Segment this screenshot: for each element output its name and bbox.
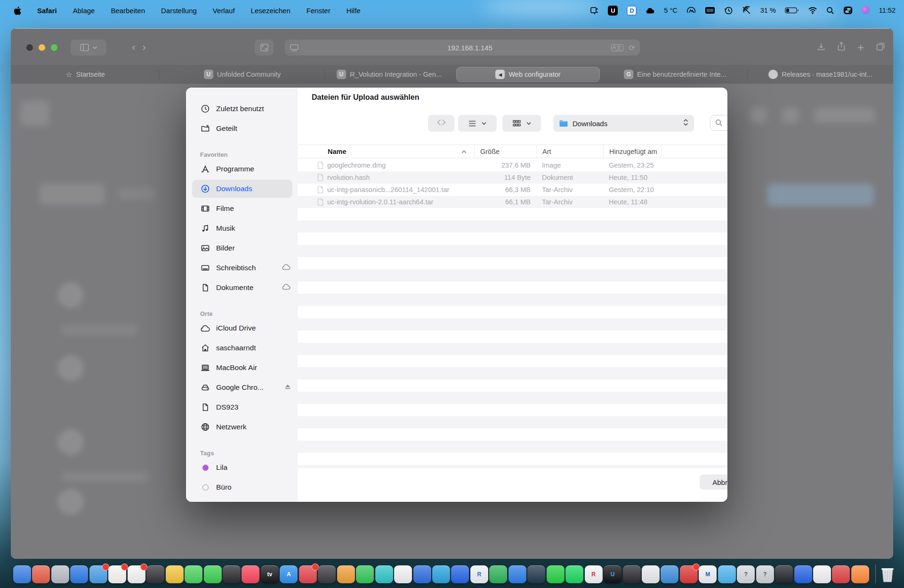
- sidebar-item-macbook-air[interactable]: MacBook Air: [186, 358, 298, 378]
- sidebar-item-icloud-drive[interactable]: iCloud Drive: [186, 318, 298, 338]
- tab-web-configurator[interactable]: ◀ Web configurator: [456, 67, 600, 82]
- share-icon[interactable]: [838, 42, 845, 53]
- dock-app-app[interactable]: [680, 565, 698, 583]
- forward-button[interactable]: ›: [143, 41, 146, 54]
- sidebar-item-schreibtisch[interactable]: Schreibtisch: [186, 258, 298, 278]
- menu-hilfe[interactable]: Hilfe: [347, 7, 361, 15]
- dock-app-app[interactable]: [508, 565, 526, 583]
- tab-benutzerdefinierte-integration[interactable]: G Eine benutzerdefinierte Inte...: [603, 65, 748, 84]
- tab-overview-icon[interactable]: [876, 42, 885, 53]
- dock-app-sonos[interactable]: [394, 565, 412, 583]
- tab-unfolded-community[interactable]: U Unfolded Community: [160, 65, 325, 84]
- back-button[interactable]: ‹: [132, 41, 135, 54]
- weather-cloud-icon[interactable]: [646, 7, 655, 14]
- keyboard-icon[interactable]: [705, 7, 715, 14]
- d-app-icon[interactable]: D: [627, 6, 637, 16]
- dock-app-messages[interactable]: [185, 565, 202, 583]
- back-button[interactable]: [436, 119, 441, 128]
- forward-button[interactable]: [442, 119, 446, 128]
- dock-app-primevideo[interactable]: [432, 565, 450, 583]
- sidebar-item-google-chrome-volume[interactable]: Google Chro...: [186, 378, 298, 397]
- dock-app-finder[interactable]: [13, 565, 31, 583]
- sidebar-item-filme[interactable]: Filme: [186, 199, 298, 218]
- u-remote-app-icon[interactable]: U: [608, 6, 618, 16]
- dock-app-app[interactable]: [489, 565, 507, 583]
- sidebar-item-programme[interactable]: Programme: [186, 159, 298, 179]
- downloads-toolbar-icon[interactable]: [817, 42, 825, 53]
- trash-icon[interactable]: [878, 564, 897, 584]
- dock-app-notes[interactable]: [108, 565, 126, 583]
- dock-app-app[interactable]: R: [585, 565, 603, 583]
- dock-app-app[interactable]: [451, 565, 469, 583]
- dock-app-music[interactable]: [242, 565, 259, 583]
- dock-app-help[interactable]: ?: [737, 565, 755, 583]
- cancel-button[interactable]: Abbrechen: [700, 475, 727, 490]
- list-view-button[interactable]: [458, 115, 497, 132]
- spotlight-search-icon[interactable]: [826, 7, 834, 15]
- dock-app-app[interactable]: [718, 565, 736, 583]
- dock-app-spotify[interactable]: [565, 565, 583, 583]
- time-machine-icon[interactable]: [724, 6, 733, 15]
- dock-app-app[interactable]: [223, 565, 241, 583]
- dock-app-app[interactable]: R: [470, 565, 488, 583]
- dock-app-app[interactable]: [794, 565, 812, 583]
- dock-app-facetime[interactable]: [204, 565, 222, 583]
- column-header-art[interactable]: Art: [536, 145, 603, 158]
- dock-app-tv[interactable]: tv: [261, 565, 279, 583]
- window-close-button[interactable]: [26, 44, 33, 51]
- menu-verlauf[interactable]: Verlauf: [213, 7, 235, 15]
- new-tab-icon[interactable]: +: [857, 43, 864, 52]
- dock-app-app[interactable]: [32, 565, 50, 583]
- dock-app-app[interactable]: [166, 565, 184, 583]
- menu-fenster[interactable]: Fenster: [307, 7, 331, 15]
- dock-app-calendar[interactable]: [128, 565, 145, 583]
- dock-app-launchpad[interactable]: [51, 565, 69, 583]
- dock-app-app[interactable]: [356, 565, 374, 583]
- dock-app-app[interactable]: [527, 565, 545, 583]
- dock-app-appstore[interactable]: A: [280, 565, 298, 583]
- sidebar-item-geteilt[interactable]: Geteilt: [186, 119, 298, 138]
- dock-app-app[interactable]: [375, 565, 393, 583]
- file-row[interactable]: uc-intg-rvolution-2.0.11-aarch64.tar 66,…: [298, 196, 727, 208]
- menu-darstellung[interactable]: Darstellung: [161, 7, 197, 15]
- group-view-button[interactable]: [502, 115, 541, 132]
- dock-app-app[interactable]: U: [604, 565, 622, 583]
- page-settings-button[interactable]: [255, 40, 274, 56]
- location-dropdown[interactable]: Downloads: [553, 115, 694, 132]
- sidebar-item-tag-buero[interactable]: Büro: [186, 477, 298, 497]
- control-center-icon[interactable]: [843, 6, 853, 15]
- sidebar-item-musik[interactable]: Musik: [186, 218, 298, 238]
- window-minimize-button[interactable]: [39, 44, 45, 51]
- dock-app-app[interactable]: [146, 565, 164, 583]
- search-field[interactable]: [710, 115, 727, 131]
- eject-icon[interactable]: [284, 383, 291, 392]
- dock-app-app[interactable]: [661, 565, 678, 583]
- dock-app-mail[interactable]: [89, 565, 107, 583]
- screen-mirroring-icon[interactable]: [590, 6, 599, 15]
- reload-icon[interactable]: ⟳: [629, 43, 635, 52]
- tab-rvolution-integration[interactable]: U R_Volution Integration - Gen...: [325, 65, 453, 84]
- column-header-groesse[interactable]: Größe: [474, 145, 536, 158]
- tab-startseite[interactable]: ☆ Startseite: [11, 65, 160, 84]
- sidebar-item-tag-lila[interactable]: Lila: [186, 458, 298, 477]
- menu-bearbeiten[interactable]: Bearbeiten: [111, 7, 145, 15]
- dock-app-firefox[interactable]: [851, 565, 869, 583]
- sidebar-toggle-button[interactable]: [71, 40, 106, 56]
- dock-app-whatsapp[interactable]: [547, 565, 565, 583]
- sidebar-item-downloads[interactable]: Downloads: [186, 179, 298, 199]
- search-input[interactable]: [726, 119, 727, 128]
- sidebar-item-zuletzt-benutzt[interactable]: Zuletzt benutzt: [186, 99, 298, 119]
- sidebar-item-dokumente[interactable]: Dokumente: [186, 278, 298, 298]
- dock-app-mkv[interactable]: M: [699, 565, 717, 583]
- wifi-icon[interactable]: [808, 7, 817, 14]
- dock-app-help[interactable]: ?: [756, 565, 774, 583]
- column-header-name[interactable]: Name: [298, 145, 474, 158]
- dock-app-app[interactable]: [299, 565, 317, 583]
- file-row[interactable]: uc-intg-panasonicb...260114_142001.tar 6…: [298, 184, 727, 196]
- vpn-mountain-icon[interactable]: [686, 6, 696, 15]
- airplay-off-icon[interactable]: [742, 6, 751, 15]
- dock-app-mic[interactable]: [813, 565, 831, 583]
- url-field[interactable]: 192.168.1.145 A文 ⟳: [300, 40, 640, 56]
- sidebar-item-bilder[interactable]: Bilder: [186, 238, 298, 258]
- dock-app-shelly[interactable]: [642, 565, 660, 583]
